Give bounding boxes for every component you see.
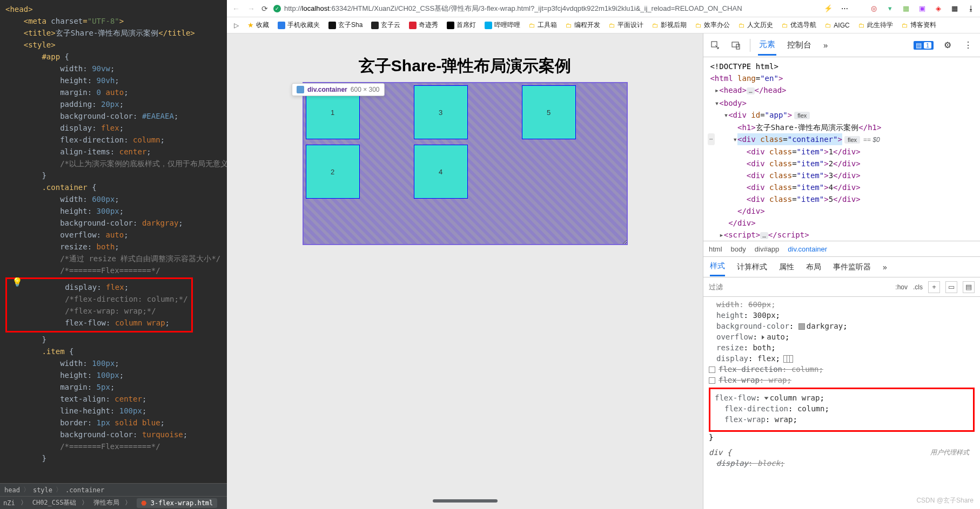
styles-rules[interactable]: width: 600px; height: 300px; background-… [703, 297, 980, 509]
settings-icon[interactable]: ⚙ [941, 39, 954, 52]
flex-item[interactable]: 4 [414, 145, 468, 199]
styles-subtab[interactable]: 属性 [779, 259, 794, 276]
folder-icon: 🗀 [652, 22, 659, 29]
styles-filter-input[interactable] [703, 283, 890, 291]
site-security-icon[interactable]: ✓ [273, 5, 281, 12]
download-icon[interactable]: ⭳ [966, 4, 976, 13]
computed-button[interactable]: ▤ [963, 281, 975, 293]
breadcrumb-item[interactable]: head [4, 486, 20, 494]
star-icon: ★ [247, 21, 254, 29]
dom-crumb[interactable]: div.container [788, 245, 827, 253]
bookmark-item[interactable]: 🗀效率办公 [693, 19, 732, 31]
tab-more[interactable]: » [822, 36, 829, 54]
bookmark-item[interactable]: 🗀此生待学 [856, 19, 895, 31]
dom-breadcrumb[interactable]: htmlbodydiv#appdiv.container [703, 241, 980, 257]
color-swatch-icon[interactable] [798, 323, 805, 330]
bookmark-item[interactable]: 🗀AIGC [823, 21, 851, 30]
inspect-tool-icon[interactable] [709, 39, 722, 52]
active-file-tab[interactable]: ⬣ 3-flex-wrap.html [137, 498, 217, 508]
flex-item[interactable]: 5 [522, 85, 576, 139]
device-mode-icon[interactable] [729, 39, 742, 52]
breadcrumb-item[interactable]: .container [65, 486, 104, 494]
cls-toggle[interactable]: .cls [913, 283, 923, 291]
bookmark-item[interactable]: 奇迹秀 [407, 19, 440, 31]
styles-filter-row: :hov .cls + ▭ ▤ [703, 277, 980, 297]
styles-more-tab[interactable]: » [883, 259, 887, 275]
extension-icon[interactable]: ◎ [869, 4, 878, 13]
bookmark-item[interactable]: 玄子Sha [326, 19, 365, 31]
tab-elements[interactable]: 元素 [758, 35, 776, 56]
bookmark-item[interactable]: 🗀博客资料 [900, 19, 938, 31]
bookmark-item[interactable]: 首席灯 [445, 19, 478, 31]
forward-button[interactable]: → [246, 4, 256, 13]
path-crumb[interactable]: CH02_CSS基础 [32, 498, 77, 507]
dom-crumb[interactable]: div#app [755, 245, 780, 253]
dom-crumb[interactable]: html [709, 245, 722, 253]
apps-icon[interactable]: ▦ [950, 4, 959, 13]
editor-file-tabs[interactable]: nZi〉CH02_CSS基础〉弹性布局〉⬣ 3-flex-wrap.html [0, 496, 227, 509]
favicon-icon [485, 22, 492, 29]
address-bar[interactable]: ✓ http://localhost:63342/HTML/XuanZi/CH0… [273, 4, 818, 13]
rule-checkbox[interactable] [709, 367, 715, 373]
bookmark-item[interactable]: 🗀优选导航 [780, 19, 818, 31]
back-button[interactable]: ← [231, 4, 241, 13]
tooltip-badge-icon [297, 86, 304, 93]
extension-icon-2[interactable]: ▦ [901, 4, 911, 13]
code-editor[interactable]: <head> <meta charset="UTF-8"> <title>玄子S… [0, 0, 227, 483]
bookmark-item[interactable]: 手机收藏夹 [276, 19, 322, 31]
bookmark-label: 手机收藏夹 [287, 21, 320, 30]
styles-subtab[interactable]: 样式 [710, 257, 725, 276]
dom-tree[interactable]: <!DOCTYPE html> <html lang="en"> ▸<head>… [703, 57, 980, 241]
more-icon[interactable]: ⋯ [840, 4, 849, 13]
extension-icon-3[interactable]: ▣ [917, 4, 927, 13]
lightning-icon[interactable]: ⚡ [823, 4, 833, 13]
expand-icon[interactable] [762, 335, 764, 340]
styles-subtab[interactable]: 事件监听器 [833, 259, 871, 276]
device-button[interactable]: ▭ [945, 281, 957, 293]
flex-badge-icon[interactable] [783, 355, 793, 363]
vue-extension-icon[interactable]: ▾ [885, 4, 895, 13]
folder-icon: 🗀 [609, 22, 615, 29]
issues-badge[interactable]: ▤ 1 [914, 41, 934, 50]
bookmark-item[interactable]: 🗀平面设计 [607, 19, 646, 31]
horizontal-scrollbar[interactable] [433, 499, 498, 503]
editor-structure-breadcrumb[interactable]: head〉style〉.container [0, 483, 227, 496]
styles-subtab[interactable]: 计算样式 [737, 259, 767, 276]
path-crumb[interactable]: nZi [3, 499, 15, 507]
bookmark-item[interactable]: 🗀人文历史 [736, 19, 775, 31]
browser-pane: ← → ⟳ ✓ http://localhost:63342/HTML/Xuan… [227, 0, 980, 509]
expand-down-icon[interactable] [764, 397, 768, 400]
toolbar-icons: ⚡ ⋯ ◎ ▾ ▦ ▣ ◈ ▦ ⭳ [823, 4, 976, 13]
device-toggle-icon[interactable]: ▷ [231, 22, 241, 29]
bookmark-label: 优选导航 [790, 21, 816, 30]
bookmark-item[interactable]: 哔哩哔哩 [482, 19, 522, 31]
extension-icon-4[interactable]: ◈ [934, 4, 943, 13]
bookmark-item[interactable]: 🗀编程开发 [563, 19, 602, 31]
rule-checkbox[interactable] [709, 377, 715, 384]
user-agent-label: 用户代理样式 [930, 447, 969, 458]
bookmark-label: 玄子云 [381, 21, 400, 30]
bookmark-label: 博客资料 [910, 21, 936, 30]
watermark: CSDN @玄子Share [916, 495, 974, 506]
hov-toggle[interactable]: :hov [895, 283, 908, 291]
bookmark-item[interactable]: 玄子云 [369, 19, 402, 31]
dom-crumb[interactable]: body [731, 245, 746, 253]
styles-subtab[interactable]: 布局 [806, 259, 821, 276]
new-rule-button[interactable]: + [928, 281, 940, 293]
bookmark-item[interactable]: 🗀影视后期 [650, 19, 689, 31]
breadcrumb-item[interactable]: style [33, 486, 52, 494]
rule-overflow: auto [767, 332, 785, 341]
bookmark-item[interactable]: 🗀工具箱 [527, 19, 559, 31]
flex-container[interactable]: 12345 [303, 83, 627, 245]
flex-item[interactable]: 2 [306, 145, 360, 199]
intention-bulb-icon[interactable]: 💡 [12, 276, 23, 288]
flex-item[interactable]: 3 [414, 85, 468, 139]
dom-ellipsis-icon[interactable]: ⋯ [708, 133, 715, 145]
page-viewport[interactable]: 玄子Share-弹性布局演示案例 div.container 600 × 300… [227, 33, 703, 509]
path-crumb[interactable]: 弹性布局 [93, 498, 119, 507]
bookmark-item[interactable]: ★收藏 [245, 19, 271, 31]
tab-console[interactable]: 控制台 [786, 36, 813, 55]
kebab-menu-icon[interactable]: ⋮ [962, 39, 975, 52]
tooltip-dimensions: 600 × 300 [351, 86, 380, 93]
reload-button[interactable]: ⟳ [261, 4, 268, 13]
